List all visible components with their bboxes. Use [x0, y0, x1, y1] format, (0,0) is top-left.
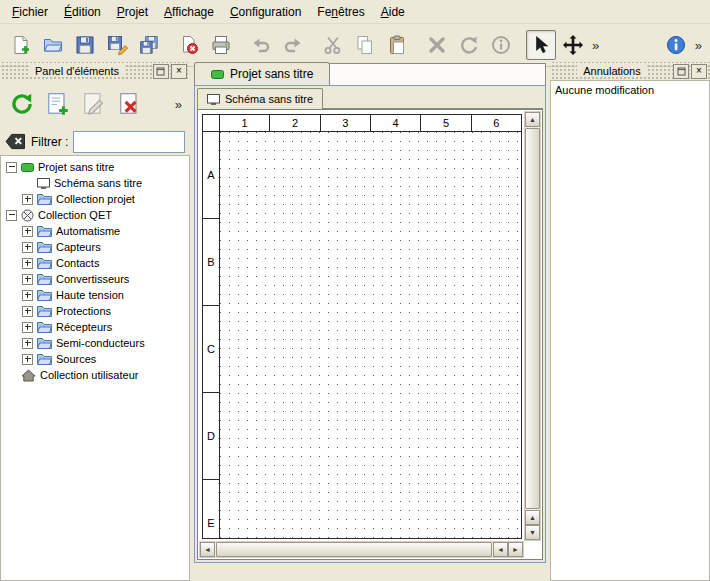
- tree-item-semi-conducteurs[interactable]: Semi-conducteurs: [1, 335, 189, 351]
- folder-icon: [37, 257, 52, 269]
- diagram-sheet: 1 2 3 4 5 6 A B C D E: [202, 114, 522, 539]
- scroll-down-button[interactable]: ▼: [525, 525, 540, 540]
- delete-element-button[interactable]: [113, 87, 147, 121]
- undo-history-list[interactable]: Aucune modification: [550, 80, 710, 581]
- tab-project[interactable]: Projet sans titre: [194, 62, 330, 85]
- delete-button[interactable]: [422, 30, 452, 60]
- expand-expander-icon[interactable]: [22, 354, 33, 365]
- dock-float-button[interactable]: [673, 64, 689, 79]
- undo-button[interactable]: [246, 30, 276, 60]
- tab-schema[interactable]: Schéma sans titre: [197, 88, 323, 109]
- menu-configuration[interactable]: Configuration: [222, 2, 309, 22]
- close-document-button[interactable]: [174, 30, 204, 60]
- menu-fenetres[interactable]: Fenêtres: [309, 2, 372, 22]
- save-button[interactable]: [70, 30, 100, 60]
- toolbar-overflow-chevron[interactable]: »: [692, 38, 705, 53]
- redo-button[interactable]: [278, 30, 308, 60]
- menu-fichier[interactable]: Fichier: [4, 2, 56, 22]
- open-document-button[interactable]: [38, 30, 68, 60]
- horizontal-scroll-thumb[interactable]: [216, 542, 492, 557]
- save-all-button[interactable]: [134, 30, 164, 60]
- collapse-expander-icon[interactable]: [6, 162, 17, 173]
- print-icon: [210, 34, 232, 56]
- dock-close-button[interactable]: ×: [171, 64, 187, 79]
- menu-projet[interactable]: Projet: [109, 2, 156, 22]
- tree-item-collection-qet[interactable]: Collection QET: [1, 207, 189, 223]
- main-toolbar: » »: [0, 24, 710, 67]
- select-tool-button[interactable]: [526, 30, 556, 60]
- menu-aide[interactable]: Aide: [373, 2, 413, 22]
- menu-affichage[interactable]: Affichage: [156, 2, 222, 22]
- tree-item-collection-utilisateur[interactable]: Collection utilisateur: [1, 367, 189, 383]
- expand-expander-icon[interactable]: [22, 194, 33, 205]
- expand-expander-icon[interactable]: [22, 306, 33, 317]
- new-document-icon: [10, 34, 32, 56]
- tree-item-project[interactable]: Projet sans titre: [1, 159, 189, 175]
- undo-empty-state: Aucune modification: [555, 84, 705, 96]
- schema-tabbar: Schéma sans titre: [197, 88, 543, 109]
- tree-item-automatisme[interactable]: Automatisme: [1, 223, 189, 239]
- dock-float-button[interactable]: [153, 64, 169, 79]
- expand-expander-icon[interactable]: [22, 226, 33, 237]
- arrow-up-icon: ▲: [529, 514, 536, 521]
- tree-item-contacts[interactable]: Contacts: [1, 255, 189, 271]
- menu-edition[interactable]: Édition: [56, 2, 109, 22]
- tree-item-recepteurs[interactable]: Récepteurs: [1, 319, 189, 335]
- save-as-button[interactable]: [102, 30, 132, 60]
- float-icon: [677, 67, 686, 76]
- elements-dock-titlebar[interactable]: Panel d'éléments ×: [0, 62, 190, 80]
- folder-icon: [37, 337, 52, 349]
- new-document-button[interactable]: [6, 30, 36, 60]
- tree-item-schema[interactable]: Schéma sans titre: [1, 175, 189, 191]
- diagram-canvas[interactable]: [220, 132, 521, 538]
- tree-item-sources[interactable]: Sources: [1, 351, 189, 367]
- horizontal-scrollbar[interactable]: ◄ ◄ ►: [199, 541, 524, 558]
- rotate-button[interactable]: [454, 30, 484, 60]
- scroll-up-button[interactable]: ▲: [525, 510, 540, 525]
- schema-tabbar-empty: [323, 88, 543, 109]
- print-button[interactable]: [206, 30, 236, 60]
- tree-item-haute-tension[interactable]: Haute tension: [1, 287, 189, 303]
- vertical-scrollbar[interactable]: ▲ ▲ ▼: [524, 111, 541, 541]
- tree-item-convertisseurs[interactable]: Convertisseurs: [1, 271, 189, 287]
- expand-expander-icon[interactable]: [22, 242, 33, 253]
- diagram-view[interactable]: 1 2 3 4 5 6 A B C D E: [197, 109, 543, 560]
- info-blue-icon: [665, 34, 687, 56]
- dock-close-button[interactable]: ×: [691, 64, 707, 79]
- scroll-up-button[interactable]: ▲: [525, 112, 540, 127]
- vertical-scroll-thumb[interactable]: [525, 128, 540, 509]
- undo-dock-titlebar[interactable]: Annulations ×: [550, 62, 710, 80]
- tree-item-capteurs[interactable]: Capteurs: [1, 239, 189, 255]
- edit-element-button[interactable]: [77, 87, 111, 121]
- expand-expander-icon[interactable]: [22, 274, 33, 285]
- expand-expander-icon[interactable]: [22, 290, 33, 301]
- filter-input[interactable]: [73, 131, 185, 153]
- expand-expander-icon[interactable]: [22, 322, 33, 333]
- arrow-right-icon: ►: [512, 546, 519, 553]
- collapse-expander-icon[interactable]: [6, 210, 17, 221]
- elements-toolbar-overflow-chevron[interactable]: »: [172, 97, 185, 112]
- copy-button[interactable]: [350, 30, 380, 60]
- scroll-left-button[interactable]: ◄: [200, 542, 215, 557]
- scroll-left-button[interactable]: ◄: [493, 542, 508, 557]
- paste-button[interactable]: [382, 30, 412, 60]
- toolbar-overflow-chevron[interactable]: »: [589, 38, 602, 53]
- new-element-button[interactable]: [41, 87, 75, 121]
- move-tool-button[interactable]: [558, 30, 588, 60]
- element-info-button[interactable]: [486, 30, 516, 60]
- save-icon: [74, 34, 96, 56]
- expand-expander-icon[interactable]: [22, 338, 33, 349]
- about-qet-button[interactable]: [661, 30, 691, 60]
- edit-element-icon: [81, 91, 107, 117]
- cut-button[interactable]: [318, 30, 348, 60]
- scroll-right-button[interactable]: ►: [508, 542, 523, 557]
- tree-item-protections[interactable]: Protections: [1, 303, 189, 319]
- column-headers: 1 2 3 4 5 6: [220, 115, 521, 132]
- tree-item-collection-projet[interactable]: Collection projet: [1, 191, 189, 207]
- arrow-left-icon: ◄: [497, 546, 504, 553]
- paste-icon: [386, 34, 408, 56]
- reload-collections-button[interactable]: [5, 87, 39, 121]
- info-gray-icon: [490, 34, 512, 56]
- clear-filter-icon[interactable]: [5, 133, 26, 150]
- expand-expander-icon[interactable]: [22, 258, 33, 269]
